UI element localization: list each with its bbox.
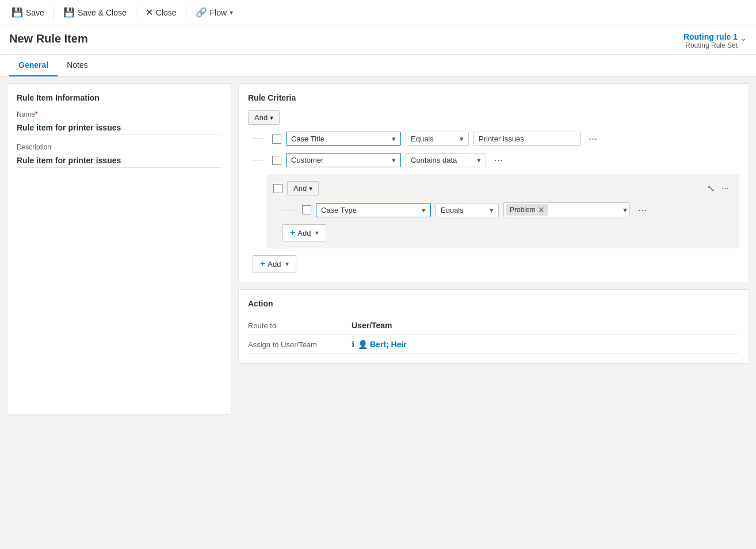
nested-connector	[282, 210, 294, 210]
assign-value-link[interactable]: Bert; Heir	[370, 340, 407, 349]
action-panel: Action Route to User/Team Assign to User…	[238, 289, 749, 364]
problem-tag: Problem ✕	[506, 204, 548, 216]
condition-row-1: Case Title ▾ Equals ▾ ···	[248, 132, 739, 146]
flow-button[interactable]: 🔗 Flow ▾	[191, 5, 238, 20]
desc-value: Rule item for printer issues	[17, 153, 222, 168]
outer-add-container: + Add ▾	[248, 255, 739, 272]
left-panel: Rule Item Information Name* Rule item fo…	[7, 83, 231, 414]
collapse-icon[interactable]: ⤡	[707, 183, 715, 194]
and-label-top: And	[254, 113, 268, 122]
operator-chevron-row2: ▾	[477, 156, 481, 164]
routing-chevron-icon[interactable]: ⌄	[740, 33, 747, 43]
route-to-label: Route to	[248, 321, 352, 330]
ellipsis-row2[interactable]: ···	[491, 153, 506, 167]
tabs: General Notes	[0, 55, 756, 76]
toolbar-separator	[54, 6, 54, 20]
flow-chevron-icon: ▾	[230, 9, 233, 17]
main-content: Rule Item Information Name* Rule item fo…	[0, 76, 756, 421]
operator-chevron-row1: ▾	[460, 135, 464, 143]
user-icon: 👤	[358, 340, 368, 349]
nested-group: And ▾ ⤡ ··· Case Type ▾	[266, 174, 739, 248]
assign-label: Assign to User/Team	[248, 340, 352, 349]
toolbar-separator-3	[186, 6, 186, 20]
save-button[interactable]: 💾 Save	[7, 5, 49, 20]
field-select-chevron-nested: ▾	[422, 206, 426, 214]
and-chevron-icon: ▾	[270, 114, 273, 122]
checkbox-row1[interactable]	[272, 135, 281, 144]
routing-rule-link[interactable]: Routing rule 1	[684, 32, 738, 41]
inner-add-button[interactable]: + Add ▾	[282, 224, 326, 241]
connector-2	[253, 160, 264, 160]
nested-and-button[interactable]: And ▾	[287, 181, 319, 195]
routing-sub-label: Routing Rule Set	[684, 41, 738, 49]
value-tag-chevron-icon[interactable]: ▾	[623, 205, 627, 214]
panel-title: Rule Item Information	[17, 93, 222, 102]
route-to-row: Route to User/Team	[248, 316, 739, 335]
page-header: New Rule Item Routing rule 1 Routing Rul…	[0, 25, 756, 55]
right-panel: Rule Criteria And ▾ Case Title ▾ Equals …	[238, 83, 749, 414]
condition-row-2: Customer ▾ Contains data ▾ ···	[248, 153, 739, 167]
checkbox-nested-row[interactable]	[302, 205, 311, 214]
save-close-icon: 💾	[63, 7, 75, 18]
action-title: Action	[248, 299, 739, 308]
checkbox-nested-group[interactable]	[273, 184, 282, 193]
nested-group-actions: ⤡ ···	[707, 182, 732, 195]
field-select-nested[interactable]: Case Type ▾	[316, 203, 431, 217]
flow-icon: 🔗	[196, 7, 207, 18]
operator-select-nested[interactable]: Equals ▾	[436, 203, 499, 217]
field-select-row1[interactable]: Case Title ▾	[286, 132, 401, 146]
save-icon: 💾	[12, 7, 23, 18]
connector-1	[253, 139, 264, 139]
criteria-title: Rule Criteria	[248, 93, 739, 102]
routing-info: Routing rule 1 Routing Rule Set ⌄	[684, 32, 747, 54]
toolbar-separator-2	[136, 6, 136, 20]
save-close-button[interactable]: 💾 Save & Close	[59, 5, 131, 20]
close-button[interactable]: ✕ Close	[141, 5, 181, 20]
desc-label: Description	[17, 143, 222, 151]
value-tag-container: Problem ✕ ▾	[503, 202, 630, 217]
name-required: *	[35, 110, 38, 118]
name-value: Rule item for printer issues	[17, 121, 222, 135]
field-select-chevron-row1: ▾	[392, 135, 396, 143]
outer-add-plus-icon: +	[260, 259, 265, 269]
outer-add-button[interactable]: + Add ▾	[253, 255, 296, 272]
operator-chevron-nested: ▾	[490, 206, 494, 214]
tab-notes[interactable]: Notes	[58, 55, 97, 76]
nested-group-header: And ▾ ⤡ ···	[273, 181, 732, 195]
nested-and-chevron-icon: ▾	[309, 185, 312, 193]
tag-close-icon[interactable]: ✕	[538, 205, 545, 214]
ellipsis-row1[interactable]: ···	[585, 132, 601, 146]
operator-select-row2[interactable]: Contains data ▾	[406, 153, 486, 167]
ellipsis-nested-group[interactable]: ···	[718, 182, 732, 195]
page-title: New Rule Item	[9, 32, 88, 50]
ellipsis-nested-row[interactable]: ···	[635, 203, 650, 217]
outer-add-chevron-icon: ▾	[285, 260, 289, 268]
inner-add-plus-icon: +	[290, 228, 295, 238]
assign-row: Assign to User/Team ℹ 👤 Bert; Heir	[248, 335, 739, 354]
criteria-panel: Rule Criteria And ▾ Case Title ▾ Equals …	[238, 83, 749, 282]
tab-general[interactable]: General	[9, 55, 58, 76]
inner-add-chevron-icon: ▾	[315, 229, 319, 237]
toolbar: 💾 Save 💾 Save & Close ✕ Close 🔗 Flow ▾	[0, 0, 756, 25]
route-to-value: User/Team	[352, 321, 392, 330]
checkbox-row2[interactable]	[272, 156, 281, 165]
and-button-top[interactable]: And ▾	[248, 110, 280, 125]
nested-condition-row: Case Type ▾ Equals ▾ Problem ✕ ▾	[273, 202, 732, 217]
inner-add-container: + Add ▾	[273, 224, 732, 241]
value-input-row1[interactable]	[474, 132, 581, 146]
close-icon: ✕	[146, 7, 153, 18]
info-icon: ℹ	[352, 340, 354, 349]
name-label: Name*	[17, 110, 222, 118]
field-select-row2[interactable]: Customer ▾	[286, 153, 401, 167]
operator-select-row1[interactable]: Equals ▾	[406, 132, 469, 146]
field-select-chevron-row2: ▾	[392, 156, 396, 164]
